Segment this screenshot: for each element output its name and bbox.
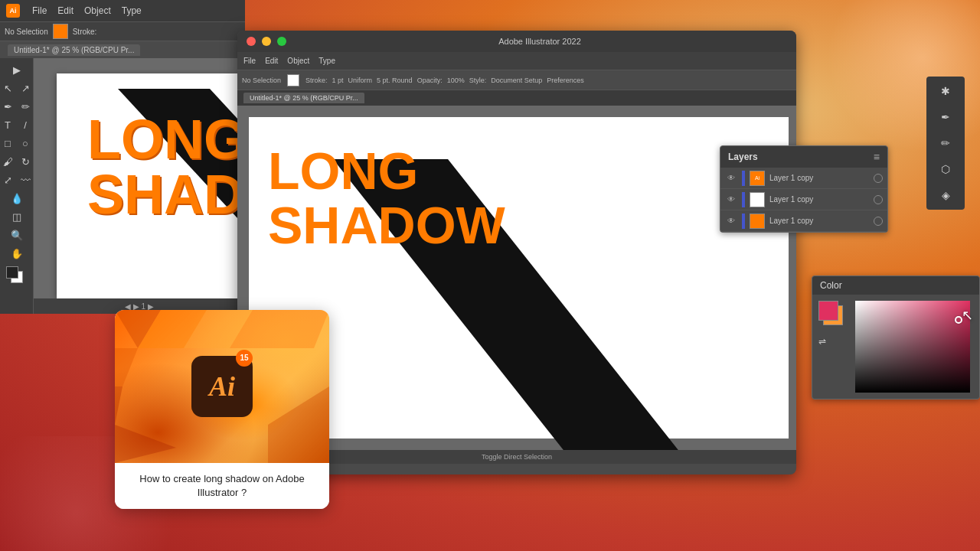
svg-marker-4 [115,348,138,386]
long-shadow-container: LONG SHADOW [87,112,245,222]
layer-1-name: Layer 1 copy [769,174,869,182]
color-swatches-area [6,266,28,288]
menu-file[interactable]: File [32,5,47,16]
canvas-text-long: LONG [87,112,245,167]
win-stroke-value: 1 pt [332,77,344,84]
eyedropper-tool[interactable]: 💧 [8,190,25,207]
layer-3-color [742,214,745,229]
notification-count: 15 [240,354,248,362]
pencil-tool[interactable]: ✏ [17,98,34,115]
menu-items: File Edit Object Type [32,5,142,16]
layer-row-2[interactable]: 👁 Layer 1 copy [720,189,887,210]
win-menu-edit[interactable]: Edit [265,57,278,65]
text-tool[interactable]: T [0,116,16,133]
fill-color-swatch[interactable] [53,24,68,39]
win-uniform-label: Uniform [348,77,373,84]
layer-row-3[interactable]: 👁 Layer 1 copy [720,210,887,232]
thumbnail-card[interactable]: Ai 15 How to create long shadow on Adobe… [115,310,329,509]
canvas-area: LONG SHADOW ◀ ▶ 1 ▶ [34,58,245,314]
color-fg-bg-swatches [818,301,849,331]
layer-3-name: Layer 1 copy [769,217,869,225]
window-title-bar: Adobe Illustrator 2022 [237,31,796,52]
layers-title: Layers [728,152,758,162]
win-toggle-label[interactable]: Toggle Direct Selection [482,453,552,461]
brush-tool[interactable]: 🖌 [0,153,16,170]
win-preferences[interactable]: Preferences [547,77,584,84]
layer-2-eye[interactable]: 👁 [725,194,737,206]
tool-row-5: 🖌 ↻ [0,153,34,170]
layer-1-eye[interactable]: 👁 [725,172,737,184]
win-text-shadow: SHADOW [268,198,505,253]
win-text-long: LONG [268,144,505,198]
rt-icon-4[interactable]: ⬡ [934,158,957,181]
window-maximize-btn[interactable] [277,37,286,46]
ellipse-tool[interactable]: ○ [17,135,34,152]
color-panel-title: Color [820,280,842,291]
menu-type[interactable]: Type [122,5,142,16]
layer-3-eye[interactable]: 👁 [725,215,737,227]
win-menu-type[interactable]: Type [318,57,335,65]
thumbnail-image: Ai 15 [115,310,329,463]
ai-app-left-panel: Ai File Edit Object Type No Selection St… [0,0,245,314]
win-doc-tab[interactable]: Untitled-1* @ 25 % (RGB/CPU Pr... [243,93,364,103]
layer-2-color [742,192,745,207]
line-tool[interactable]: / [17,116,34,133]
document-tab[interactable]: Untitled-1* @ 25 % (RGB/CPU Pr... [8,44,140,56]
tool-row-2: ✒ ✏ [0,98,34,115]
ai-icon-text: Ai [209,370,235,403]
rotate-tool[interactable]: ↻ [17,153,34,170]
svg-marker-6 [268,386,329,463]
doc-tab-bar: Untitled-1* @ 25 % (RGB/CPU Pr... [0,41,245,58]
color-gradient-picker[interactable] [855,301,970,393]
color-swap-icon[interactable]: ⇌ [818,336,826,344]
layer-1-color [742,171,745,186]
svg-marker-5 [115,386,122,425]
win-opacity-label: Opacity: [417,77,443,84]
win-stroke-label: Stroke: [305,77,328,84]
hand-tool[interactable]: ✋ [8,245,25,262]
win-menu-object[interactable]: Object [287,57,309,65]
layer-row-1[interactable]: 👁 Ai Layer 1 copy [720,168,887,189]
scale-tool[interactable]: ⤢ [0,171,16,188]
gradient-tool[interactable]: ◫ [8,208,25,225]
win-text-container: LONG SHADOW [268,144,505,253]
rt-icon-3[interactable]: ✏ [934,132,957,155]
warp-tool[interactable]: 〰 [17,171,34,188]
win-document-setup[interactable]: Document Setup [491,77,542,84]
window-menu-bar: File Edit Object Type [237,52,796,70]
win-fill-swatch[interactable] [287,74,299,86]
toolbar-options: No Selection Stroke: [0,21,245,41]
window-close-btn[interactable] [247,37,256,46]
pen-tool[interactable]: ✒ [0,98,16,115]
window-minimize-btn[interactable] [262,37,271,46]
rt-icon-5[interactable]: ◈ [934,184,957,207]
layer-2-circle[interactable] [874,195,883,204]
win-document-tabs: Untitled-1* @ 25 % (RGB/CPU Pr... [237,90,796,106]
menu-edit[interactable]: Edit [57,5,74,16]
direct-select-tool[interactable]: ↖ [0,80,16,96]
rt-icon-2[interactable]: ✒ [934,106,957,129]
zoom-tool[interactable]: 🔍 [8,227,25,243]
color-panel-body: ⇌ [812,295,979,399]
selection-tool[interactable]: ▶ [8,61,25,78]
win-no-selection: No Selection [242,77,281,84]
layers-menu-icon[interactable]: ≡ [874,151,880,163]
artboard: LONG SHADOW [57,73,237,298]
rt-icon-1[interactable]: ✱ [934,80,957,103]
thumbnail-caption: How to create long shadow on Adobe Illus… [115,463,329,509]
caption-text: How to create long shadow on Adobe Illus… [127,472,317,500]
menu-object[interactable]: Object [84,5,111,16]
color-fg-swatch[interactable] [818,301,838,321]
magic-wand-tool[interactable]: ↗ [17,80,34,96]
win-style-label: Style: [469,77,487,84]
fg-swatch[interactable] [6,266,18,279]
win-artboard: LONG SHADOW [249,117,789,439]
win-opacity-value: 100% [447,77,465,84]
layer-2-name: Layer 1 copy [769,195,869,204]
win-round-label: 5 pt. Round [377,77,413,84]
win-menu-file[interactable]: File [243,57,256,65]
rect-tool[interactable]: □ [0,135,16,152]
layer-3-circle[interactable] [874,217,883,226]
svg-marker-7 [115,425,176,463]
layer-1-circle[interactable] [874,174,883,183]
